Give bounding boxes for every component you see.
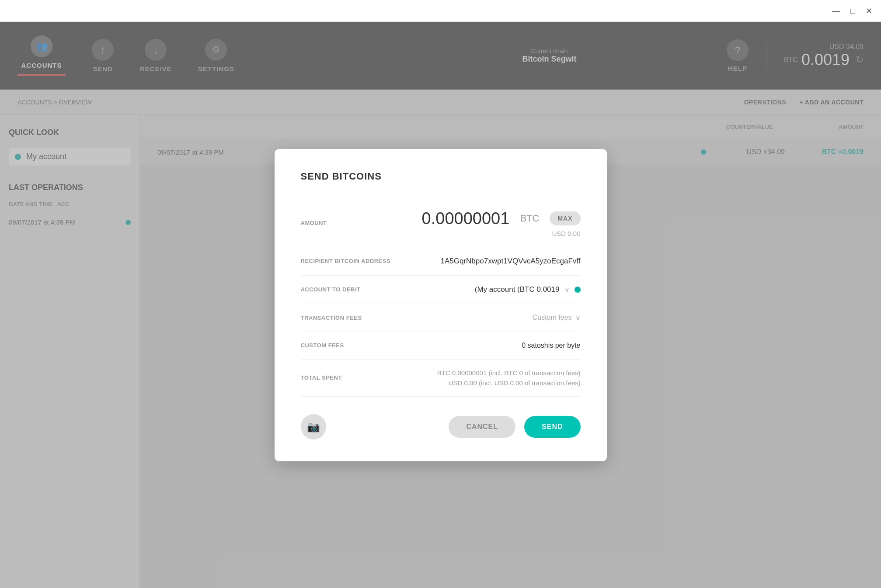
send-button[interactable]: SEND: [524, 416, 580, 438]
amount-top: 0.00000001 BTC MAX: [422, 209, 581, 228]
maximize-button[interactable]: □: [850, 7, 855, 15]
total-value: BTC 0.00000001 (incl. BTC 0 of transacti…: [406, 369, 581, 387]
debit-account-dot: [575, 287, 581, 293]
total-lines: BTC 0.00000001 (incl. BTC 0 of transacti…: [406, 369, 581, 387]
amount-usd: USD 0.00: [552, 230, 580, 237]
footer-actions: CANCEL SEND: [449, 416, 580, 438]
total-label: TOTAL SPENT: [301, 374, 406, 381]
cancel-button[interactable]: CANCEL: [449, 416, 515, 438]
custom-fees-value: 0 satoshis per byte: [406, 342, 581, 349]
recipient-label: RECIPIENT BITCOIN ADDRESS: [301, 258, 406, 264]
camera-button[interactable]: 📷: [301, 414, 326, 439]
total-line-2: USD 0.00 (incl. USD 0.00 of transaction …: [449, 379, 581, 387]
fees-chevron-icon: ∨: [575, 314, 581, 322]
modal-title: SEND BITCOINS: [301, 171, 581, 182]
amount-col: 0.00000001 BTC MAX USD 0.00: [406, 209, 581, 237]
window-controls: — □ ✕: [832, 7, 872, 15]
app: 👥 ACCOUNTS ↑ SEND ↓ RECEIVE ⚙ SETTINGS C…: [0, 22, 881, 588]
fees-row: TRANSACTION FEES Custom fees ∨: [301, 304, 581, 332]
total-line-1: BTC 0.00000001 (incl. BTC 0 of transacti…: [437, 369, 581, 377]
recipient-value: 1A5GqrNbpo7xwpt1VQVvcA5yzoEcgaFvff: [406, 257, 581, 266]
recipient-row: RECIPIENT BITCOIN ADDRESS 1A5GqrNbpo7xwp…: [301, 247, 581, 276]
camera-icon: 📷: [307, 421, 320, 433]
amount-row: AMOUNT 0.00000001 BTC MAX USD 0.00: [301, 200, 581, 247]
debit-account-name: (My account (BTC 0.0019: [475, 285, 560, 294]
modal-backdrop: SEND BITCOINS AMOUNT 0.00000001 BTC MAX …: [0, 22, 881, 588]
debit-row: ACCOUNT TO DEBIT (My account (BTC 0.0019…: [301, 276, 581, 304]
fees-value: Custom fees ∨: [406, 314, 581, 322]
amount-value: 0.00000001: [422, 209, 510, 228]
minimize-button[interactable]: —: [832, 7, 840, 15]
total-row: TOTAL SPENT BTC 0.00000001 (incl. BTC 0 …: [301, 360, 581, 397]
debit-label: ACCOUNT TO DEBIT: [301, 286, 406, 293]
fees-label: TRANSACTION FEES: [301, 315, 406, 321]
modal-footer: 📷 CANCEL SEND: [301, 414, 581, 439]
window-chrome: — □ ✕: [0, 0, 881, 22]
close-button[interactable]: ✕: [866, 7, 872, 15]
custom-fees-row: CUSTOM FEES 0 satoshis per byte: [301, 332, 581, 360]
custom-fees-label: CUSTOM FEES: [301, 342, 406, 349]
debit-value: (My account (BTC 0.0019 ∨: [406, 285, 581, 294]
fees-dropdown[interactable]: Custom fees ∨: [406, 314, 581, 322]
chevron-down-icon: ∨: [565, 286, 569, 293]
amount-label: AMOUNT: [301, 220, 406, 226]
amount-currency: BTC: [520, 213, 539, 224]
send-bitcoins-modal: SEND BITCOINS AMOUNT 0.00000001 BTC MAX …: [275, 149, 607, 461]
max-button[interactable]: MAX: [550, 211, 580, 225]
